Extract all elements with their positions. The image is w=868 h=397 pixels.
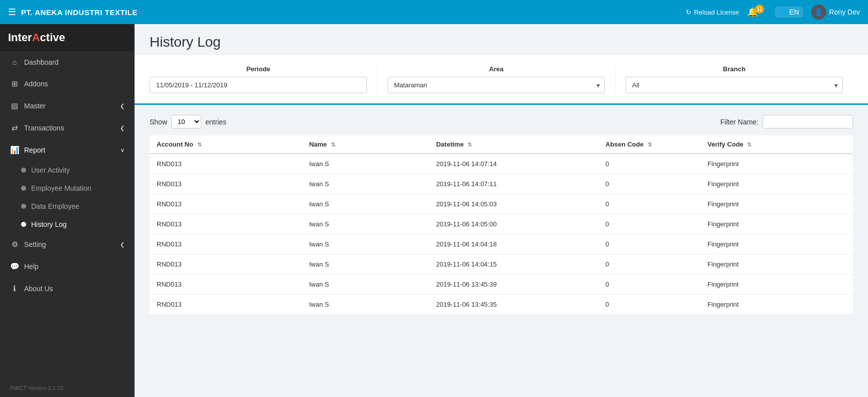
avatar: 👤 (811, 5, 826, 20)
sidebar-item-label: User Activity (31, 166, 70, 174)
sidebar-nav: ⌂ Dashboard ⊞ Addons ▤ Master ❮ ⇄ Transa… (0, 51, 135, 379)
branch-label: Branch (626, 65, 843, 73)
table-row: RND013 Iwan S 2019-11-06 14:05:03 0 Fing… (150, 194, 853, 214)
cell-absen-code: 0 (598, 194, 700, 214)
reload-license-btn[interactable]: ↻ Reload License (686, 9, 739, 16)
dot-icon (21, 204, 26, 209)
hamburger-icon[interactable]: ☰ (8, 7, 16, 18)
sidebar-item-label: Setting (24, 240, 46, 248)
chevron-right-icon: ❮ (120, 241, 125, 248)
cell-verify-code: Fingerprint (700, 214, 853, 234)
branch-select-wrapper: All (626, 77, 843, 93)
branch-select[interactable]: All (626, 77, 843, 93)
flag-icon: 🌐 (779, 8, 788, 16)
sidebar-item-label: About Us (24, 285, 53, 293)
sidebar-item-label: Addons (24, 80, 48, 88)
area-select-wrapper: Mataraman All (388, 77, 605, 93)
table-section: Show 10 25 50 100 entries Filter Name: (135, 105, 868, 325)
filter-name-area: Filter Name: (720, 115, 853, 128)
col-header-datetime[interactable]: Datetime ⇅ (429, 136, 598, 154)
cell-name: Iwan S (302, 214, 429, 234)
cell-datetime: 2019-11-06 14:04:15 (429, 254, 598, 275)
cell-name: Iwan S (302, 254, 429, 275)
user-btn[interactable]: 👤 Rony Dev (811, 5, 860, 20)
table-row: RND013 Iwan S 2019-11-06 14:05:00 0 Fing… (150, 214, 853, 234)
cell-datetime: 2019-11-06 13:45:35 (429, 295, 598, 315)
filter-branch: Branch All (615, 65, 853, 93)
sidebar-item-report[interactable]: 📊 Report ∨ (0, 139, 135, 161)
filter-name-input[interactable] (763, 115, 853, 128)
col-header-absen-code[interactable]: Absen Code ⇅ (598, 136, 700, 154)
language-btn[interactable]: 🌐 EN (775, 7, 803, 18)
cell-verify-code: Fingerprint (700, 154, 853, 174)
cell-account-no: RND013 (150, 174, 302, 194)
table-header-row: Account No ⇅ Name ⇅ Datetime ⇅ Absen Cod… (150, 136, 853, 154)
master-icon: ▤ (10, 101, 19, 110)
home-icon: ⌂ (10, 58, 19, 66)
table-row: RND013 Iwan S 2019-11-06 14:07:11 0 Fing… (150, 174, 853, 194)
chevron-right-icon: ❮ (120, 103, 125, 109)
sort-icon: ⇅ (747, 142, 752, 148)
sidebar-item-label: Report (24, 146, 45, 154)
sidebar-item-label: Data Employee (31, 202, 79, 210)
cell-account-no: RND013 (150, 154, 302, 174)
area-label: Area (388, 65, 605, 73)
sidebar-item-transactions[interactable]: ⇄ Transactions ❮ (0, 117, 135, 139)
sidebar-item-history-log[interactable]: History Log (0, 215, 135, 233)
main-layout: InterActive ⌂ Dashboard ⊞ Addons ▤ Maste… (0, 24, 868, 397)
periode-label: Periode (150, 65, 367, 73)
setting-icon: ⚙ (10, 240, 19, 249)
sidebar-item-label: Help (24, 262, 39, 271)
sidebar-item-help[interactable]: 💬 Help (0, 255, 135, 278)
entries-select[interactable]: 10 25 50 100 (171, 115, 201, 128)
cell-name: Iwan S (302, 295, 429, 315)
cell-absen-code: 0 (598, 254, 700, 275)
table-row: RND013 Iwan S 2019-11-06 14:04:15 0 Fing… (150, 254, 853, 275)
show-entries: Show 10 25 50 100 entries (150, 115, 226, 128)
cell-name: Iwan S (302, 275, 429, 295)
notification-badge: 11 (755, 5, 764, 14)
area-select[interactable]: Mataraman All (388, 77, 605, 93)
dot-icon (21, 168, 26, 173)
sidebar-item-setting[interactable]: ⚙ Setting ❮ (0, 233, 135, 255)
sidebar-item-label: History Log (31, 220, 67, 228)
cell-datetime: 2019-11-06 14:05:00 (429, 214, 598, 234)
cell-account-no: RND013 (150, 214, 302, 234)
cell-absen-code: 0 (598, 275, 700, 295)
sidebar-item-about-us[interactable]: ℹ About Us (0, 278, 135, 300)
cell-absen-code: 0 (598, 154, 700, 174)
cell-verify-code: Fingerprint (700, 295, 853, 315)
sidebar-item-master[interactable]: ▤ Master ❮ (0, 95, 135, 117)
sidebar-item-addons[interactable]: ⊞ Addons (0, 73, 135, 95)
sidebar-item-employee-mutation[interactable]: Employee Mutation (0, 179, 135, 197)
cell-verify-code: Fingerprint (700, 194, 853, 214)
help-icon: 💬 (10, 262, 19, 271)
col-header-name[interactable]: Name ⇅ (302, 136, 429, 154)
cell-name: Iwan S (302, 154, 429, 174)
cell-verify-code: Fingerprint (700, 174, 853, 194)
cell-name: Iwan S (302, 174, 429, 194)
cell-datetime: 2019-11-06 14:07:11 (429, 174, 598, 194)
sidebar-item-label: Transactions (24, 124, 64, 132)
header-right: ↻ Reload License 🔔 11 🌐 EN 👤 Rony Dev (686, 5, 860, 20)
sidebar-logo: InterActive (0, 24, 135, 51)
notification-area[interactable]: 🔔 11 (747, 7, 767, 18)
cell-datetime: 2019-11-06 14:07:14 (429, 154, 598, 174)
col-header-verify-code[interactable]: Verify Code ⇅ (700, 136, 853, 154)
sidebar-item-dashboard[interactable]: ⌂ Dashboard (0, 51, 135, 73)
show-label: Show (150, 118, 167, 126)
col-header-account-no[interactable]: Account No ⇅ (150, 136, 302, 154)
sidebar-item-user-activity[interactable]: User Activity (0, 161, 135, 179)
content-area: History Log Periode Area Mataraman All B… (135, 24, 868, 397)
cell-account-no: RND013 (150, 254, 302, 275)
table-row: RND013 Iwan S 2019-11-06 14:07:14 0 Fing… (150, 154, 853, 174)
sidebar-item-label: Employee Mutation (31, 184, 91, 192)
cell-name: Iwan S (302, 234, 429, 254)
sort-icon: ⇅ (197, 142, 202, 148)
sidebar-item-data-employee[interactable]: Data Employee (0, 197, 135, 215)
top-header: ☰ PT. ANEKA INDUSTRI TEXTILE ↻ Reload Li… (0, 0, 868, 24)
periode-input[interactable] (150, 77, 367, 93)
sort-icon: ⇅ (467, 142, 472, 148)
sort-icon: ⇅ (648, 142, 652, 148)
dot-icon (21, 186, 26, 191)
